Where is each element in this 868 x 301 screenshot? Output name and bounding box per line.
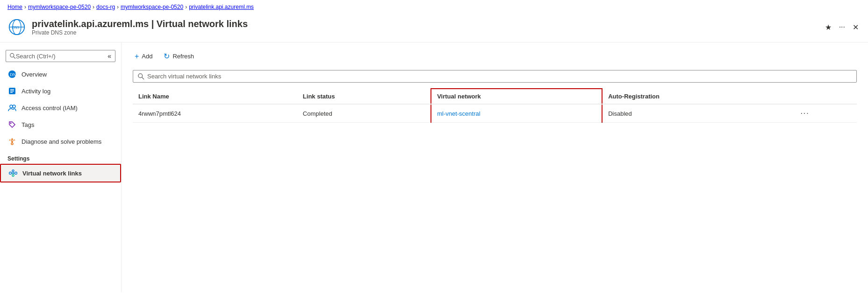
diagnose-icon [7, 137, 17, 146]
sidebar-item-virtual-network-links[interactable]: Virtual network links [0, 164, 121, 182]
sidebar-item-activity-log[interactable]: Activity log [0, 83, 121, 99]
svg-point-19 [15, 172, 17, 175]
svg-point-20 [12, 170, 14, 172]
close-icon[interactable]: ✕ [851, 21, 861, 34]
svg-point-15 [11, 143, 13, 145]
sidebar-item-tags[interactable]: Tags [0, 116, 121, 133]
table-search-box[interactable] [133, 70, 857, 83]
table-search-input[interactable] [147, 73, 852, 80]
search-icon [10, 53, 16, 59]
breadcrumb-home[interactable]: Home [7, 4, 22, 10]
virtual-network-link[interactable]: ml-vnet-scentral [437, 110, 480, 117]
favorite-icon[interactable]: ★ [823, 21, 833, 34]
cell-link-status: Completed [297, 104, 431, 123]
page-header: DNS privatelink.api.azureml.ms | Virtual… [0, 14, 868, 42]
cell-auto-registration: Disabled [602, 104, 795, 123]
col-header-link-name: Link Name [133, 89, 297, 104]
tags-icon [7, 120, 17, 129]
refresh-button[interactable]: ↻ Refresh [162, 50, 196, 63]
sidebar-item-overview-label: Overview [22, 71, 47, 78]
svg-line-5 [14, 57, 15, 59]
col-header-auto-registration: Auto-Registration [602, 89, 795, 104]
settings-section-title: Settings [0, 150, 121, 164]
breadcrumb-dns[interactable]: privatelink.api.azureml.ms [189, 4, 254, 10]
cell-row-actions[interactable]: ··· [795, 104, 857, 123]
table-row: 4rwwn7pmtl624 Completed ml-vnet-scentral… [133, 104, 857, 123]
breadcrumb-workspace1[interactable]: mymlworkspace-pe-0520 [28, 4, 91, 10]
cell-link-name: 4rwwn7pmtl624 [133, 104, 297, 123]
breadcrumb-rg[interactable]: docs-rg [96, 4, 115, 10]
col-header-link-status: Link status [297, 89, 431, 104]
layout: « DNS Overview Activity log Access contr… [0, 42, 868, 292]
data-table: Link Name Link status Virtual network Au… [133, 88, 857, 123]
sidebar-item-overview[interactable]: DNS Overview [0, 66, 121, 83]
svg-line-26 [142, 77, 144, 79]
sidebar-search-box[interactable]: « [6, 50, 115, 62]
sidebar-item-tags-label: Tags [22, 121, 34, 128]
main-content: + Add ↻ Refresh Link Name Link status Vi… [122, 42, 868, 292]
access-control-icon [7, 103, 17, 112]
col-header-virtual-network: Virtual network [431, 89, 602, 104]
add-button[interactable]: + Add [133, 50, 154, 63]
page-subtitle: Private DNS zone [32, 29, 248, 36]
add-label: Add [142, 53, 152, 60]
refresh-icon: ↻ [164, 52, 170, 61]
toolbar: + Add ↻ Refresh [133, 50, 857, 63]
svg-point-14 [10, 123, 12, 124]
collapse-button[interactable]: « [108, 52, 111, 60]
activity-log-icon [7, 86, 17, 96]
svg-point-12 [10, 105, 13, 108]
sidebar-item-access-control[interactable]: Access control (IAM) [0, 99, 121, 116]
sidebar: « DNS Overview Activity log Access contr… [0, 42, 122, 292]
svg-point-13 [13, 105, 15, 108]
row-more-options-icon[interactable]: ··· [800, 109, 809, 117]
sidebar-search-input[interactable] [16, 53, 108, 60]
more-options-icon[interactable]: ··· [837, 21, 847, 33]
svg-point-4 [10, 53, 14, 57]
svg-line-16 [9, 140, 10, 140]
header-actions: ★ ··· ✕ [823, 21, 861, 34]
cell-virtual-network: ml-vnet-scentral [431, 104, 602, 123]
svg-point-25 [138, 73, 143, 77]
dns-icon: DNS [7, 18, 26, 36]
svg-point-18 [9, 172, 12, 175]
header-text: privatelink.api.azureml.ms | Virtual net… [32, 19, 248, 36]
virtual-network-links-icon [8, 168, 18, 178]
overview-icon: DNS [7, 70, 17, 79]
sidebar-item-diagnose[interactable]: Diagnose and solve problems [0, 133, 121, 150]
svg-text:DNS: DNS [12, 26, 19, 30]
col-header-actions [795, 89, 857, 104]
sidebar-item-activity-log-label: Activity log [22, 88, 50, 95]
svg-line-17 [14, 140, 15, 140]
svg-text:DNS: DNS [10, 72, 16, 77]
table-search-icon [138, 73, 144, 80]
page-title: privatelink.api.azureml.ms | Virtual net… [32, 19, 248, 29]
breadcrumb: Home › mymlworkspace-pe-0520 › docs-rg ›… [0, 0, 868, 14]
refresh-label: Refresh [172, 53, 194, 60]
sidebar-item-access-control-label: Access control (IAM) [22, 105, 78, 112]
add-icon: + [135, 52, 139, 61]
sidebar-item-virtual-network-links-label: Virtual network links [22, 170, 82, 177]
sidebar-item-diagnose-label: Diagnose and solve problems [22, 138, 101, 145]
breadcrumb-workspace2[interactable]: mymlworkspace-pe-0520 [121, 4, 183, 10]
svg-point-23 [12, 175, 14, 176]
